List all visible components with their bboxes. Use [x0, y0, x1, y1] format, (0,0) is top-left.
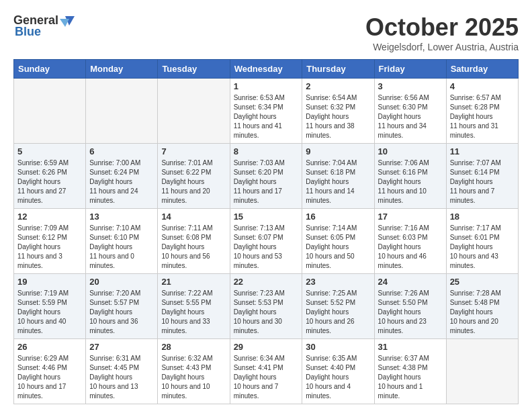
day-number: 18: [450, 212, 515, 222]
calendar-header-sunday: Sunday: [14, 60, 86, 79]
calendar-header-tuesday: Tuesday: [158, 60, 230, 79]
day-number: 5: [17, 146, 82, 156]
day-info: Sunrise: 7:01 AM Sunset: 6:22 PM Dayligh…: [161, 158, 226, 205]
day-info: Sunrise: 6:34 AM Sunset: 4:41 PM Dayligh…: [234, 354, 299, 401]
calendar-day: 4 Sunrise: 6:57 AM Sunset: 6:28 PM Dayli…: [446, 79, 518, 144]
calendar-day: [86, 79, 158, 144]
day-number: 15: [234, 212, 299, 222]
calendar-header-row: SundayMondayTuesdayWednesdayThursdayFrid…: [14, 60, 519, 79]
day-number: 6: [89, 146, 154, 156]
day-info: Sunrise: 6:35 AM Sunset: 4:40 PM Dayligh…: [306, 354, 370, 401]
day-info: Sunrise: 6:59 AM Sunset: 6:26 PM Dayligh…: [17, 158, 82, 205]
day-number: 28: [161, 342, 226, 352]
day-info: Sunrise: 7:28 AM Sunset: 5:48 PM Dayligh…: [450, 289, 515, 336]
day-info: Sunrise: 6:32 AM Sunset: 4:43 PM Dayligh…: [161, 354, 226, 401]
day-info: Sunrise: 7:23 AM Sunset: 5:53 PM Dayligh…: [234, 289, 299, 336]
day-info: Sunrise: 7:06 AM Sunset: 6:16 PM Dayligh…: [378, 158, 443, 205]
day-number: 3: [378, 81, 443, 91]
page-header: General Blue October 2025 Weigelsdorf, L…: [13, 13, 519, 52]
calendar-day: 21 Sunrise: 7:22 AM Sunset: 5:55 PM Dayl…: [158, 274, 230, 339]
day-number: 12: [17, 212, 82, 222]
calendar-day: 17 Sunrise: 7:16 AM Sunset: 6:03 PM Dayl…: [374, 209, 446, 274]
calendar-week-row: 19 Sunrise: 7:19 AM Sunset: 5:59 PM Dayl…: [14, 274, 519, 339]
day-info: Sunrise: 6:54 AM Sunset: 6:32 PM Dayligh…: [306, 93, 370, 140]
calendar-day: 2 Sunrise: 6:54 AM Sunset: 6:32 PM Dayli…: [302, 79, 374, 144]
day-number: 23: [306, 277, 370, 287]
calendar-day: 13 Sunrise: 7:10 AM Sunset: 6:10 PM Dayl…: [86, 209, 158, 274]
day-info: Sunrise: 7:13 AM Sunset: 6:07 PM Dayligh…: [234, 224, 299, 271]
day-number: 24: [378, 277, 443, 287]
calendar-week-row: 12 Sunrise: 7:09 AM Sunset: 6:12 PM Dayl…: [14, 209, 519, 274]
day-number: 11: [450, 146, 515, 156]
day-number: 19: [17, 277, 82, 287]
day-number: 21: [161, 277, 226, 287]
location: Weigelsdorf, Lower Austria, Austria: [365, 42, 519, 52]
calendar-day: 28 Sunrise: 6:32 AM Sunset: 4:43 PM Dayl…: [158, 339, 230, 404]
logo: General Blue: [13, 13, 75, 39]
calendar-week-row: 1 Sunrise: 6:53 AM Sunset: 6:34 PM Dayli…: [14, 79, 519, 144]
day-info: Sunrise: 7:11 AM Sunset: 6:08 PM Dayligh…: [161, 224, 226, 271]
calendar-day: 14 Sunrise: 7:11 AM Sunset: 6:08 PM Dayl…: [158, 209, 230, 274]
day-info: Sunrise: 7:17 AM Sunset: 6:01 PM Dayligh…: [450, 224, 515, 271]
calendar-day: 5 Sunrise: 6:59 AM Sunset: 6:26 PM Dayli…: [14, 144, 86, 209]
day-number: 16: [306, 212, 370, 222]
calendar-day: 30 Sunrise: 6:35 AM Sunset: 4:40 PM Dayl…: [302, 339, 374, 404]
calendar-day: 3 Sunrise: 6:56 AM Sunset: 6:30 PM Dayli…: [374, 79, 446, 144]
day-number: 2: [306, 81, 370, 91]
calendar-day: 15 Sunrise: 7:13 AM Sunset: 6:07 PM Dayl…: [230, 209, 302, 274]
day-info: Sunrise: 7:19 AM Sunset: 5:59 PM Dayligh…: [17, 289, 82, 336]
calendar-day: 20 Sunrise: 7:20 AM Sunset: 5:57 PM Dayl…: [86, 274, 158, 339]
calendar-table: SundayMondayTuesdayWednesdayThursdayFrid…: [13, 59, 519, 404]
day-info: Sunrise: 6:29 AM Sunset: 4:46 PM Dayligh…: [17, 354, 82, 401]
calendar-day: 9 Sunrise: 7:04 AM Sunset: 6:18 PM Dayli…: [302, 144, 374, 209]
day-number: 8: [234, 146, 299, 156]
day-info: Sunrise: 7:07 AM Sunset: 6:14 PM Dayligh…: [450, 158, 515, 205]
day-number: 29: [234, 342, 299, 352]
day-number: 9: [306, 146, 370, 156]
calendar-day: 16 Sunrise: 7:14 AM Sunset: 6:05 PM Dayl…: [302, 209, 374, 274]
day-number: 7: [161, 146, 226, 156]
calendar-day: 6 Sunrise: 7:00 AM Sunset: 6:24 PM Dayli…: [86, 144, 158, 209]
title-section: October 2025 Weigelsdorf, Lower Austria,…: [365, 13, 519, 52]
calendar-day: 12 Sunrise: 7:09 AM Sunset: 6:12 PM Dayl…: [14, 209, 86, 274]
day-number: 26: [17, 342, 82, 352]
calendar-day: 7 Sunrise: 7:01 AM Sunset: 6:22 PM Dayli…: [158, 144, 230, 209]
day-info: Sunrise: 6:31 AM Sunset: 4:45 PM Dayligh…: [89, 354, 154, 401]
day-number: 14: [161, 212, 226, 222]
day-info: Sunrise: 6:37 AM Sunset: 4:38 PM Dayligh…: [378, 354, 443, 401]
calendar-day: 1 Sunrise: 6:53 AM Sunset: 6:34 PM Dayli…: [230, 79, 302, 144]
day-number: 27: [89, 342, 154, 352]
day-info: Sunrise: 7:03 AM Sunset: 6:20 PM Dayligh…: [234, 158, 299, 205]
calendar-day: 29 Sunrise: 6:34 AM Sunset: 4:41 PM Dayl…: [230, 339, 302, 404]
calendar-header-thursday: Thursday: [302, 60, 374, 79]
calendar-day: [158, 79, 230, 144]
calendar-header-saturday: Saturday: [446, 60, 518, 79]
calendar-day: 8 Sunrise: 7:03 AM Sunset: 6:20 PM Dayli…: [230, 144, 302, 209]
calendar-day: 27 Sunrise: 6:31 AM Sunset: 4:45 PM Dayl…: [86, 339, 158, 404]
day-info: Sunrise: 7:16 AM Sunset: 6:03 PM Dayligh…: [378, 224, 443, 271]
day-number: 4: [450, 81, 515, 91]
day-number: 17: [378, 212, 443, 222]
month-title: October 2025: [365, 13, 519, 42]
calendar-day: 23 Sunrise: 7:25 AM Sunset: 5:52 PM Dayl…: [302, 274, 374, 339]
calendar-day: 18 Sunrise: 7:17 AM Sunset: 6:01 PM Dayl…: [446, 209, 518, 274]
calendar-day: 31 Sunrise: 6:37 AM Sunset: 4:38 PM Dayl…: [374, 339, 446, 404]
calendar-day: 22 Sunrise: 7:23 AM Sunset: 5:53 PM Dayl…: [230, 274, 302, 339]
calendar-header-wednesday: Wednesday: [230, 60, 302, 79]
day-info: Sunrise: 6:57 AM Sunset: 6:28 PM Dayligh…: [450, 93, 515, 140]
day-info: Sunrise: 7:20 AM Sunset: 5:57 PM Dayligh…: [89, 289, 154, 336]
day-info: Sunrise: 7:09 AM Sunset: 6:12 PM Dayligh…: [17, 224, 82, 271]
day-info: Sunrise: 7:04 AM Sunset: 6:18 PM Dayligh…: [306, 158, 370, 205]
calendar-day: 10 Sunrise: 7:06 AM Sunset: 6:16 PM Dayl…: [374, 144, 446, 209]
calendar-day: 25 Sunrise: 7:28 AM Sunset: 5:48 PM Dayl…: [446, 274, 518, 339]
calendar-day: [446, 339, 518, 404]
calendar-day: 11 Sunrise: 7:07 AM Sunset: 6:14 PM Dayl…: [446, 144, 518, 209]
day-number: 25: [450, 277, 515, 287]
day-number: 20: [89, 277, 154, 287]
calendar-day: 26 Sunrise: 6:29 AM Sunset: 4:46 PM Dayl…: [14, 339, 86, 404]
day-info: Sunrise: 7:10 AM Sunset: 6:10 PM Dayligh…: [89, 224, 154, 271]
day-number: 13: [89, 212, 154, 222]
logo-blue-text: Blue: [15, 25, 41, 39]
calendar-day: [14, 79, 86, 144]
day-info: Sunrise: 7:25 AM Sunset: 5:52 PM Dayligh…: [306, 289, 370, 336]
